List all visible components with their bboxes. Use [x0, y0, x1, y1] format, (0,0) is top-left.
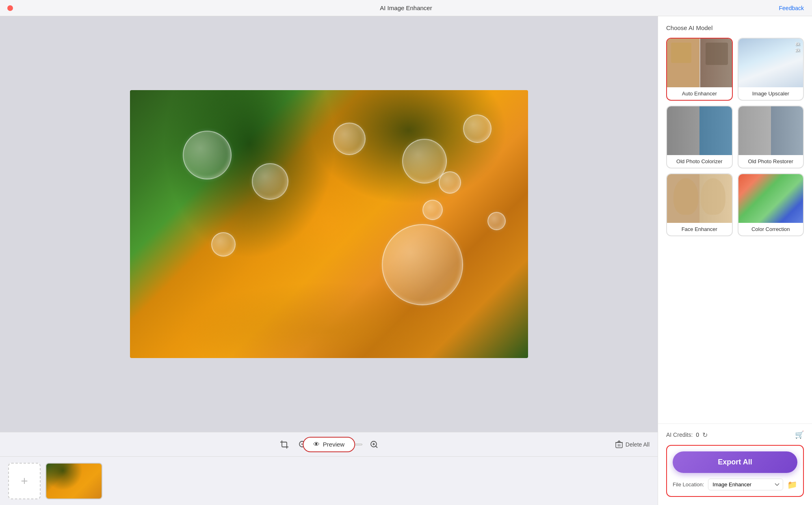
model-label-color-correction: Color Correction	[738, 223, 803, 235]
file-location-select[interactable]: Image EnhancerDesktopDocumentsDownloads	[708, 479, 783, 490]
file-location-row: File Location: Image EnhancerDesktopDocu…	[673, 479, 797, 490]
model-label-old-photo-restorer: Old Photo Restorer	[738, 155, 803, 168]
thumbnail-strip: +	[0, 456, 658, 505]
toolbar: Preview Delete All	[0, 432, 658, 456]
left-panel: Preview Delete All +	[0, 16, 658, 505]
ai-credits-label: AI Credits:	[666, 432, 693, 438]
model-card-image-upscaler[interactable]: 8k2k Image Upscaler	[738, 38, 804, 101]
image-canvas	[0, 16, 658, 432]
model-selection-area: Choose AI Model Auto Enhancer 8k2k Image…	[658, 16, 812, 423]
main-image	[130, 90, 528, 358]
feedback-link[interactable]: Feedback	[779, 5, 804, 11]
crop-tool-button[interactable]	[277, 438, 291, 451]
eye-icon	[313, 441, 320, 448]
model-card-auto-enhancer[interactable]: Auto Enhancer	[666, 38, 733, 101]
ai-credits-value: 0	[696, 432, 699, 438]
thumbnail-item[interactable]	[45, 463, 102, 499]
main-layout: Preview Delete All +	[0, 16, 812, 505]
svg-rect-7	[616, 442, 622, 448]
export-section: Export All File Location: Image Enhancer…	[666, 445, 804, 497]
add-image-button[interactable]: +	[8, 463, 41, 499]
choose-model-title: Choose AI Model	[666, 24, 804, 31]
preview-button[interactable]: Preview	[303, 437, 355, 452]
model-card-color-correction[interactable]: Color Correction	[738, 173, 804, 236]
model-thumb-old-photo-restorer	[738, 106, 803, 155]
open-folder-button[interactable]: 📁	[787, 480, 797, 490]
bubble	[382, 224, 463, 305]
bubble	[333, 123, 366, 155]
bubble	[183, 131, 232, 179]
titlebar: AI Image Enhancer Feedback	[0, 0, 812, 16]
refresh-credits-button[interactable]: ↻	[702, 431, 708, 439]
bubble	[211, 232, 236, 257]
model-thumb-auto-enhancer	[667, 39, 732, 87]
right-panel: Choose AI Model Auto Enhancer 8k2k Image…	[658, 16, 812, 505]
bubble	[439, 171, 461, 194]
model-card-old-photo-colorizer[interactable]: Old Photo Colorizer	[666, 106, 733, 168]
export-all-button[interactable]: Export All	[673, 451, 797, 473]
zoom-in-button[interactable]	[368, 438, 381, 451]
plus-icon: +	[21, 474, 28, 488]
model-label-image-upscaler: Image Upscaler	[738, 87, 803, 100]
model-thumb-image-upscaler: 8k2k	[738, 39, 803, 87]
preview-label: Preview	[323, 441, 344, 448]
model-thumb-old-photo-colorizer	[667, 106, 732, 155]
bubble	[463, 114, 492, 143]
cart-icon[interactable]: 🛒	[795, 430, 804, 439]
app-title: AI Image Enhancer	[380, 4, 432, 11]
file-location-label: File Location:	[673, 481, 704, 488]
model-label-old-photo-colorizer: Old Photo Colorizer	[667, 155, 732, 168]
model-grid: Auto Enhancer 8k2k Image Upscaler Old Ph…	[666, 38, 804, 236]
bubble	[422, 200, 443, 220]
delete-all-label: Delete All	[626, 441, 650, 448]
export-area: AI Credits: 0 ↻ 🛒 Export All File Locati…	[658, 423, 812, 505]
close-button[interactable]	[7, 5, 13, 11]
bubble	[487, 212, 506, 230]
delete-all-button[interactable]: Delete All	[615, 440, 650, 449]
model-thumb-color-correction	[738, 174, 803, 223]
model-label-auto-enhancer: Auto Enhancer	[667, 87, 732, 100]
model-label-face-enhancer: Face Enhancer	[667, 223, 732, 235]
bubble	[252, 163, 288, 200]
model-card-face-enhancer[interactable]: Face Enhancer	[666, 173, 733, 236]
model-thumb-face-enhancer	[667, 174, 732, 223]
model-card-old-photo-restorer[interactable]: Old Photo Restorer	[738, 106, 804, 168]
svg-line-6	[375, 446, 377, 448]
ai-credits-row: AI Credits: 0 ↻ 🛒	[666, 430, 804, 439]
